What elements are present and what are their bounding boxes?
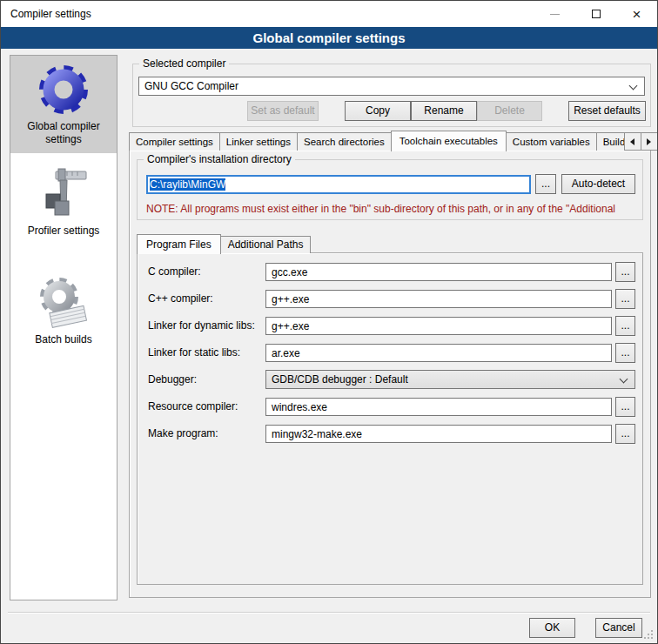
tab-build-options-clipped[interactable]: Build [596, 132, 625, 151]
close-icon: × [633, 7, 641, 22]
compiler-select-value: GNU GCC Compiler [144, 80, 238, 92]
browse-button[interactable]: ... [615, 289, 635, 309]
browse-button[interactable]: ... [615, 316, 635, 336]
field-row-c-compiler: C compiler: gcc.exe ... [148, 262, 635, 281]
sidebar-item-label: Batch builds [12, 333, 115, 346]
title-bar[interactable]: Compiler settings × [1, 1, 657, 27]
browse-button[interactable]: ... [615, 397, 635, 417]
compiler-settings-dialog: Compiler settings × Global compiler sett… [0, 0, 658, 644]
sidebar-item-batch-builds[interactable]: Batch builds [10, 269, 117, 353]
tab-toolchain-executables[interactable]: Toolchain executables [391, 131, 507, 151]
reset-defaults-button[interactable]: Reset defaults [568, 101, 646, 121]
selected-text: C:\raylib\MinGW [150, 178, 225, 191]
resize-grip[interactable] [651, 637, 653, 639]
footer-divider [8, 612, 650, 614]
make-program-input[interactable]: mingw32-make.exe [265, 425, 612, 443]
field-row-static-linker: Linker for static libs: ar.exe ... [148, 343, 635, 362]
close-button[interactable]: × [616, 1, 657, 27]
tab-search-directories[interactable]: Search directories [297, 132, 392, 151]
field-row-dynamic-linker: Linker for dynamic libs: g++.exe ... [148, 316, 635, 335]
tab-linker-settings[interactable]: Linker settings [219, 132, 298, 151]
cpp-compiler-input[interactable]: g++.exe [265, 290, 612, 308]
program-files-page: C compiler: gcc.exe ... C++ compiler: g+… [137, 252, 643, 585]
sidebar-item-label: Profiler settings [12, 225, 115, 238]
sidebar-item-global-compiler-settings[interactable]: Global compiler settings [10, 56, 117, 153]
gray-gear-stack-icon [35, 274, 92, 332]
settings-tab-bar: Compiler settings Linker settings Search… [129, 130, 657, 151]
field-label: C++ compiler: [148, 292, 265, 305]
installation-directory-group: Compiler's installation directory C:\ray… [137, 159, 643, 220]
selected-compiler-group: Selected compiler GNU GCC Compiler Set a… [132, 64, 651, 127]
maximize-icon [592, 10, 601, 18]
rename-button[interactable]: Rename [411, 101, 477, 121]
tab-compiler-settings[interactable]: Compiler settings [129, 132, 220, 151]
page-title: Global compiler settings [1, 27, 657, 49]
tab-additional-paths[interactable]: Additional Paths [220, 236, 312, 253]
group-legend: Selected compiler [139, 57, 229, 70]
field-label: Make program: [148, 427, 265, 439]
blue-gear-icon [35, 61, 92, 118]
group-legend: Compiler's installation directory [144, 153, 295, 165]
maximize-button[interactable] [575, 1, 616, 27]
chevron-down-icon [629, 82, 638, 91]
sidebar-item-label: Global compiler settings [12, 120, 115, 146]
tab-custom-variables[interactable]: Custom variables [506, 132, 597, 151]
delete-button[interactable]: Delete [477, 101, 542, 121]
browse-button[interactable]: ... [615, 343, 635, 363]
field-row-resource-compiler: Resource compiler: windres.exe ... [148, 397, 635, 416]
tab-program-files[interactable]: Program Files [137, 234, 221, 254]
triangle-left-icon [630, 138, 634, 145]
field-row-make-program: Make program: mingw32-make.exe ... [148, 424, 635, 443]
debugger-select-value: GDB/CDB debugger : Default [272, 373, 408, 386]
field-label: Resource compiler: [148, 400, 265, 413]
auto-detect-button[interactable]: Auto-detect [561, 174, 635, 194]
field-label: Debugger: [148, 373, 265, 386]
set-as-default-button[interactable]: Set as default [247, 101, 319, 121]
field-label: Linker for dynamic libs: [148, 319, 265, 332]
sidebar-item-profiler-settings[interactable]: Profiler settings [10, 160, 117, 245]
static-linker-input[interactable]: ar.exe [265, 344, 612, 362]
browse-directory-button[interactable]: ... [535, 174, 556, 194]
settings-category-list: Global compiler settings Profiler settin… [10, 55, 118, 600]
note-text: NOTE: All programs must exist either in … [146, 203, 641, 215]
field-row-cpp-compiler: C++ compiler: g++.exe ... [148, 289, 635, 308]
minimize-icon [550, 14, 560, 15]
tab-scroll-left-button[interactable] [624, 132, 641, 151]
tab-scroll-right-button[interactable] [641, 132, 658, 151]
dynamic-linker-input[interactable]: g++.exe [265, 317, 612, 335]
copy-button[interactable]: Copy [345, 101, 411, 121]
c-compiler-input[interactable]: gcc.exe [265, 263, 612, 281]
toolchain-executables-page: Compiler's installation directory C:\ray… [129, 150, 651, 598]
window-title: Compiler settings [1, 8, 91, 20]
browse-button[interactable]: ... [615, 424, 635, 444]
field-label: Linker for static libs: [148, 346, 265, 359]
field-row-debugger: Debugger: GDB/CDB debugger : Default [148, 370, 635, 389]
triangle-right-icon [647, 138, 651, 145]
installation-directory-input[interactable]: C:\raylib\MinGW [146, 175, 531, 194]
ok-button[interactable]: OK [529, 618, 575, 638]
debugger-select[interactable]: GDB/CDB debugger : Default [265, 370, 635, 389]
chevron-down-icon [620, 375, 628, 384]
compiler-select[interactable]: GNU GCC Compiler [138, 77, 645, 96]
resource-compiler-input[interactable]: windres.exe [265, 398, 612, 416]
field-label: C compiler: [148, 265, 265, 278]
cancel-button[interactable]: Cancel [595, 618, 642, 638]
caliper-icon [35, 165, 92, 223]
program-files-tab-bar: Program Files Additional Paths [137, 233, 310, 253]
browse-button[interactable]: ... [615, 262, 635, 282]
minimize-button[interactable] [534, 1, 575, 27]
